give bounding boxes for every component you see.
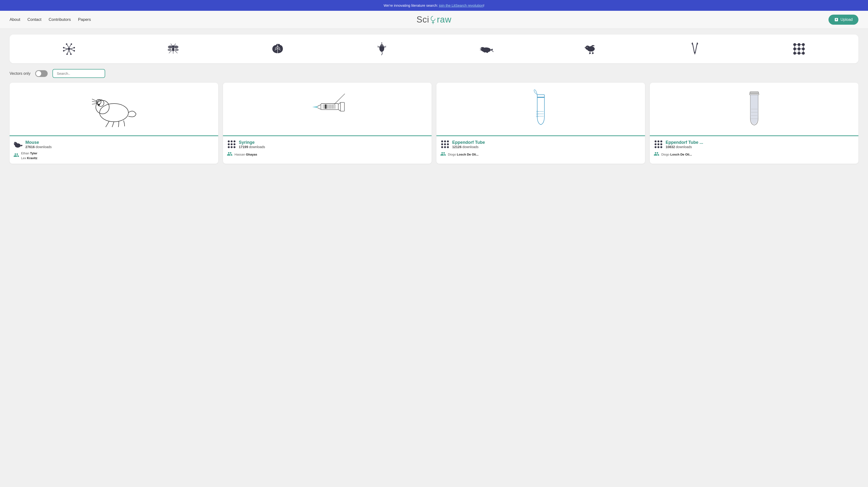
neuron-icon[interactable] <box>59 39 79 58</box>
card-eppendorf-2-info: Eppendorf Tube ... 10832 downloads Diogo… <box>650 136 859 162</box>
svg-point-65 <box>798 52 801 55</box>
nav-about[interactable]: About <box>9 17 20 22</box>
upload-button[interactable]: Upload <box>829 15 859 25</box>
svg-point-21 <box>168 46 173 49</box>
svg-text:1.0: 1.0 <box>536 113 538 115</box>
svg-line-102 <box>338 110 340 111</box>
card-mouse[interactable]: Mouse 27616 downloads Ethan TylerLex Kra… <box>9 83 218 164</box>
card-eppendorf-1[interactable]: 1.5 1.0 0.5 Eppendo <box>436 83 645 164</box>
svg-rect-94 <box>325 105 327 109</box>
card-eppendorf-1-downloads: 12126 downloads <box>452 145 485 149</box>
card-syringe[interactable]: Syringe 17199 downloads Hassan Ghayas <box>223 83 432 164</box>
svg-point-19 <box>172 48 174 51</box>
svg-rect-129 <box>750 92 758 93</box>
insect-icon[interactable] <box>163 39 183 58</box>
card-eppendorf-1-category-icon <box>440 140 450 149</box>
svg-point-121 <box>444 140 446 142</box>
card-mouse-author-names: Ethan TylerLex Kravitz <box>21 151 37 160</box>
svg-point-58 <box>793 43 796 46</box>
svg-point-128 <box>447 146 449 148</box>
eppendorf-1-authors-icon <box>440 151 446 158</box>
svg-point-15 <box>73 47 75 49</box>
svg-point-63 <box>802 48 805 50</box>
svg-point-138 <box>655 143 656 145</box>
forceps-icon[interactable] <box>685 39 705 58</box>
search-input[interactable] <box>53 69 105 78</box>
authors-icon <box>13 152 19 160</box>
svg-point-142 <box>657 146 659 148</box>
svg-point-104 <box>228 140 230 142</box>
nav-contact[interactable]: Contact <box>27 17 41 22</box>
card-syringe-image <box>223 83 432 136</box>
syringe-authors-icon <box>227 151 232 158</box>
litsearch-link[interactable]: join the LitSearch revolution <box>439 3 483 7</box>
svg-point-61 <box>793 48 796 50</box>
svg-point-2 <box>68 48 70 50</box>
svg-point-52 <box>585 46 590 50</box>
card-mouse-downloads: 27616 downloads <box>25 145 52 149</box>
svg-line-39 <box>377 47 380 48</box>
svg-text:1.5: 1.5 <box>536 111 538 112</box>
cards-grid: Mouse 27616 downloads Ethan TylerLex Kra… <box>9 83 859 164</box>
card-mouse-image <box>9 83 218 136</box>
rat-icon[interactable] <box>477 39 496 58</box>
card-syringe-author-names: Hassan Ghayas <box>235 152 257 157</box>
svg-point-139 <box>657 143 659 145</box>
molecule-icon[interactable] <box>789 39 809 58</box>
svg-line-101 <box>338 103 340 104</box>
svg-text:0.5: 0.5 <box>536 116 538 117</box>
svg-point-22 <box>174 46 179 49</box>
svg-marker-100 <box>312 107 317 108</box>
svg-point-120 <box>441 140 443 142</box>
card-eppendorf-2-downloads: 10832 downloads <box>665 145 703 149</box>
nav-contributors[interactable]: Contributors <box>49 17 71 22</box>
svg-marker-53 <box>584 47 586 48</box>
svg-point-62 <box>798 48 801 50</box>
card-mouse-category-icon <box>13 140 23 149</box>
svg-point-37 <box>382 46 383 46</box>
svg-point-124 <box>444 143 446 145</box>
nav-papers[interactable]: Papers <box>78 17 91 22</box>
eppendorf-2-authors-icon <box>654 151 659 158</box>
card-syringe-title: Syringe <box>239 140 265 145</box>
site-logo[interactable]: Sci raw <box>416 15 452 25</box>
card-mouse-authors: Ethan TylerLex Kravitz <box>13 151 214 160</box>
svg-point-18 <box>70 53 72 55</box>
card-mouse-info: Mouse 27616 downloads Ethan TylerLex Kra… <box>9 136 218 164</box>
svg-point-16 <box>73 50 75 52</box>
brain-icon[interactable] <box>268 39 287 58</box>
svg-point-64 <box>793 52 796 55</box>
svg-point-54 <box>587 47 588 48</box>
logo-sci: Sci <box>416 15 429 24</box>
nav-links: About Contact Contributors Papers <box>9 17 91 22</box>
svg-point-17 <box>66 53 68 55</box>
svg-point-50 <box>487 52 488 53</box>
svg-line-85 <box>92 102 98 102</box>
top-banner: We're innovating literature search: join… <box>0 0 868 11</box>
svg-line-91 <box>334 94 345 105</box>
upload-label: Upload <box>840 18 853 22</box>
card-eppendorf-2-author-names: Diogo Losch De Oli... <box>661 152 692 157</box>
hanging-mouse-icon[interactable] <box>372 39 391 58</box>
svg-point-105 <box>231 140 232 142</box>
card-mouse-title: Mouse <box>25 140 52 145</box>
svg-point-125 <box>447 143 449 145</box>
svg-point-89 <box>14 142 16 144</box>
svg-point-90 <box>14 143 15 143</box>
svg-point-122 <box>447 140 449 142</box>
logo-icon <box>430 16 436 24</box>
svg-point-83 <box>98 104 100 106</box>
card-eppendorf-2-category-icon <box>654 140 663 149</box>
bird-icon[interactable] <box>581 39 600 58</box>
svg-marker-55 <box>592 51 594 54</box>
vectors-toggle[interactable] <box>35 70 48 77</box>
icon-carousel <box>9 34 859 63</box>
svg-point-36 <box>381 46 381 46</box>
logo-draw: raw <box>437 15 452 24</box>
svg-line-38 <box>377 46 380 47</box>
svg-point-126 <box>441 146 443 148</box>
card-eppendorf-1-title: Eppendorf Tube <box>452 140 485 145</box>
card-eppendorf-1-author-names: Diogo Losch De Oli... <box>448 152 478 157</box>
banner-text: We're innovating literature search: <box>384 3 439 7</box>
card-eppendorf-2[interactable]: Eppendorf Tube ... 10832 downloads Diogo… <box>650 83 859 164</box>
